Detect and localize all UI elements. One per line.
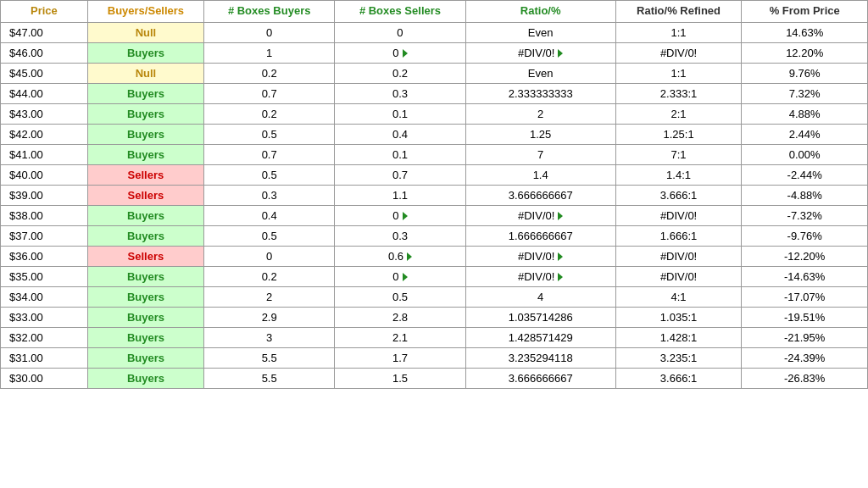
buyers-sellers-cell: Buyers [87,327,203,347]
flag-icon [403,49,408,58]
ratio-refined-cell: #DIV/0! [615,246,742,266]
ratio-refined-cell: 3.235:1 [615,347,742,368]
from-price-cell: -9.76% [742,225,868,246]
price-cell: $43.00 [1,103,88,124]
header-buyers-sellers: Buyers/Sellers [87,1,203,23]
boxes-sellers-cell: 0.3 [335,83,465,103]
buyers-sellers-cell: Null [87,63,203,83]
from-price-cell: 7.32% [742,83,868,103]
boxes-sellers-cell: 1.5 [335,368,465,388]
ratio-cell: 2 [465,103,615,124]
ratio-cell: 1.428571429 [465,327,615,347]
ratio-cell: 1.035714286 [465,307,615,327]
boxes-buyers-cell: 0.2 [204,63,335,83]
price-cell: $30.00 [1,368,88,388]
boxes-buyers-cell: 0.3 [204,185,335,205]
boxes-sellers-cell: 1.1 [335,185,465,205]
buyers-sellers-cell: Buyers [87,368,203,388]
ratio-refined-cell: 1:1 [615,22,742,42]
header-from-price: % From Price [742,1,868,23]
boxes-buyers-cell: 0.7 [204,144,335,164]
from-price-cell: -12.20% [742,246,868,266]
buyers-sellers-cell: Buyers [87,103,203,124]
buyers-sellers-cell: Buyers [87,42,203,63]
price-cell: $42.00 [1,124,88,144]
buyers-sellers-cell: Buyers [87,225,203,246]
buyers-sellers-cell: Buyers [87,124,203,144]
table-row: $30.00Buyers5.51.53.6666666673.666:1-26.… [1,368,868,388]
from-price-cell: 4.88% [742,103,868,124]
table-row: $41.00Buyers0.70.177:10.00% [1,144,868,164]
table-row: $40.00Sellers0.50.71.41.4:1-2.44% [1,164,868,185]
from-price-cell: -17.07% [742,286,868,307]
from-price-cell: -7.32% [742,205,868,225]
price-cell: $32.00 [1,327,88,347]
ratio-cell: 1.25 [465,124,615,144]
boxes-buyers-cell: 2.9 [204,307,335,327]
table-row: $39.00Sellers0.31.13.6666666673.666:1-4.… [1,185,868,205]
price-cell: $47.00 [1,22,88,42]
buyers-sellers-cell: Sellers [87,164,203,185]
table-row: $38.00Buyers0.40#DIV/0!#DIV/0!-7.32% [1,205,868,225]
boxes-sellers-cell: 0.1 [335,144,465,164]
boxes-buyers-cell: 0.5 [204,164,335,185]
ratio-cell: #DIV/0! [465,246,615,266]
header-boxes-sellers: # Boxes Sellers [335,1,465,23]
table-row: $46.00Buyers10#DIV/0!#DIV/0!12.20% [1,42,868,63]
ratio-refined-cell: #DIV/0! [615,205,742,225]
table-row: $34.00Buyers20.544:1-17.07% [1,286,868,307]
buyers-sellers-cell: Buyers [87,307,203,327]
ratio-refined-cell: 3.666:1 [615,185,742,205]
ratio-refined-cell: 7:1 [615,144,742,164]
boxes-buyers-cell: 0.2 [204,103,335,124]
ratio-refined-cell: #DIV/0! [615,42,742,63]
table-row: $37.00Buyers0.50.31.6666666671.666:1-9.7… [1,225,868,246]
boxes-sellers-cell: 0.1 [335,103,465,124]
buyers-sellers-cell: Sellers [87,185,203,205]
buyers-sellers-cell: Buyers [87,83,203,103]
price-table: Price Buyers/Sellers # Boxes Buyers # Bo… [0,0,868,389]
boxes-buyers-cell: 3 [204,327,335,347]
ratio-refined-cell: 1.035:1 [615,307,742,327]
price-cell: $37.00 [1,225,88,246]
boxes-buyers-cell: 0.2 [204,266,335,286]
table-header: Price Buyers/Sellers # Boxes Buyers # Bo… [1,1,868,23]
price-cell: $45.00 [1,63,88,83]
buyers-sellers-cell: Buyers [87,286,203,307]
table-row: $32.00Buyers32.11.4285714291.428:1-21.95… [1,327,868,347]
header-ratio: Ratio/% [465,1,615,23]
ratio-cell: #DIV/0! [465,266,615,286]
price-cell: $36.00 [1,246,88,266]
boxes-buyers-cell: 0.7 [204,83,335,103]
price-cell: $38.00 [1,205,88,225]
from-price-cell: 14.63% [742,22,868,42]
table-row: $44.00Buyers0.70.32.3333333332.333:17.32… [1,83,868,103]
ratio-refined-cell: 2:1 [615,103,742,124]
ratio-cell: 2.333333333 [465,83,615,103]
flag-icon [403,273,408,281]
from-price-cell: -2.44% [742,164,868,185]
boxes-buyers-cell: 5.5 [204,368,335,388]
boxes-buyers-cell: 0.4 [204,205,335,225]
boxes-sellers-cell: 0 [335,266,465,286]
price-cell: $41.00 [1,144,88,164]
boxes-sellers-cell: 2.8 [335,307,465,327]
flag-icon [407,252,412,261]
flag-icon [403,212,408,220]
header-ratio-refined: Ratio/% Refined [615,1,742,23]
from-price-cell: 0.00% [742,144,868,164]
ratio-cell: Even [465,22,615,42]
boxes-sellers-cell: 0.2 [335,63,465,83]
ratio-cell: 3.666666667 [465,368,615,388]
price-cell: $35.00 [1,266,88,286]
ratio-refined-cell: 1.25:1 [615,124,742,144]
boxes-sellers-cell: 0.6 [335,246,465,266]
price-cell: $31.00 [1,347,88,368]
buyers-sellers-cell: Null [87,22,203,42]
price-cell: $33.00 [1,307,88,327]
boxes-sellers-cell: 2.1 [335,327,465,347]
boxes-buyers-cell: 0.5 [204,225,335,246]
ratio-cell: 3.235294118 [465,347,615,368]
ratio-cell: 4 [465,286,615,307]
ratio-cell: Even [465,63,615,83]
